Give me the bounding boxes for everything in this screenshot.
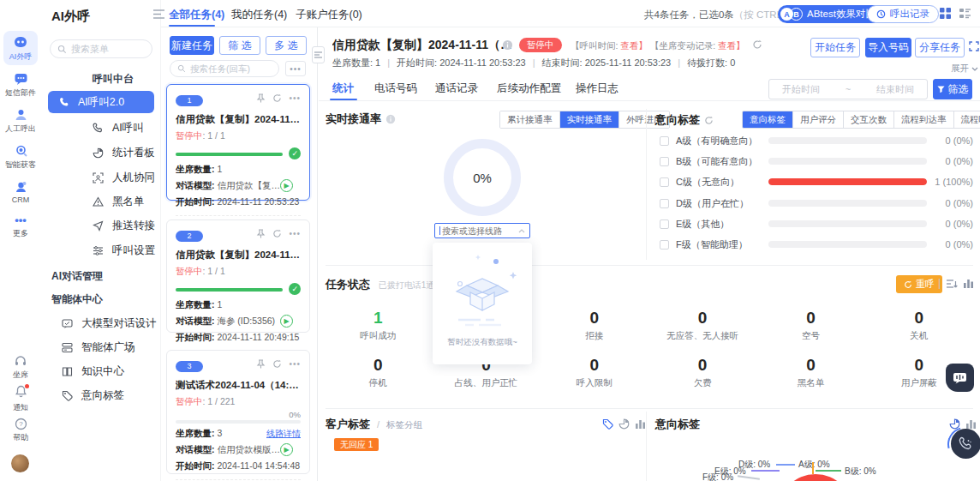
rail-item-notify[interactable]: 通知 <box>0 385 41 413</box>
collapse-main-handle[interactable] <box>312 46 325 63</box>
tab-interaction-count[interactable]: 交互次数 <box>843 111 893 128</box>
sidebar-item-human-ai[interactable]: 人机协同 <box>93 171 155 185</box>
import-numbers-button[interactable]: 导入号码 <box>865 38 911 57</box>
bar-chart-icon[interactable] <box>963 278 974 289</box>
pin-icon[interactable] <box>256 359 266 369</box>
call-time-view-link[interactable]: 查看】 <box>620 40 648 51</box>
tab-operation-log[interactable]: 操作日志 <box>576 81 618 96</box>
sidebar-item-intent-tags[interactable]: 意向标签 <box>62 388 124 403</box>
date-range-input[interactable]: 开始时间 ~ 结束时间 <box>768 79 928 99</box>
play-model-button[interactable]: ▶ <box>280 315 293 328</box>
divider <box>319 100 980 101</box>
filter-button[interactable]: 筛选 <box>933 79 972 99</box>
sidebar-item-ai-call-2[interactable]: AI呼叫2.0 <box>48 91 154 113</box>
view-grid-toggle[interactable] <box>939 7 952 20</box>
sidebar-item-ai-call[interactable]: AI呼叫 <box>93 121 144 135</box>
pin-icon[interactable] <box>256 93 266 103</box>
call-records-button[interactable]: 呼出记录 <box>867 5 939 23</box>
refresh-icon[interactable] <box>272 93 282 103</box>
collapse-sidebar-icon[interactable] <box>153 9 164 19</box>
rail-item-help[interactable]: ? 帮助 <box>0 418 41 443</box>
refresh-icon[interactable] <box>272 359 282 369</box>
checkbox[interactable] <box>660 177 669 187</box>
start-task-button[interactable]: 开始任务 <box>810 38 860 57</box>
multi-select-button[interactable]: 多 选 <box>266 36 307 55</box>
checkbox[interactable] <box>660 157 669 166</box>
rail-item-crm[interactable]: CRM <box>0 180 41 204</box>
play-model-button[interactable]: ▶ <box>280 443 293 456</box>
new-task-button[interactable]: 新建任务 <box>170 36 214 55</box>
sidebar-item-knowledge-center[interactable]: 知识中心 <box>62 364 124 379</box>
refresh-header-icon[interactable] <box>752 39 762 50</box>
more-icon[interactable]: ••• <box>289 359 301 369</box>
more-icon[interactable]: ••• <box>289 93 301 103</box>
more-icon[interactable]: ••• <box>289 229 301 238</box>
intent-metric-tabs: 意向标签 用户评分 交互次数 流程到达率 流程听完率 <box>742 111 980 129</box>
tab-flow-finish-rate[interactable]: 流程听完率 <box>953 111 980 128</box>
sidebar-item-blacklist[interactable]: 黑名单 <box>93 195 145 209</box>
seat-log-view-link[interactable]: 查看】 <box>718 40 745 51</box>
sidebar-item-call-settings[interactable]: 呼叫设置 <box>93 244 155 258</box>
sidebar-item-push-transfer[interactable]: 推送转接 <box>93 219 155 233</box>
rail-item-ai-outbound[interactable]: AI外呼 <box>0 34 41 63</box>
sidebar-item-llm-dialog-design[interactable]: 大模型对话设计 <box>62 316 157 331</box>
tag-group-link[interactable]: 标签分组 <box>386 419 422 431</box>
tab-intent-tags[interactable]: 意向标签 <box>743 111 792 128</box>
filter-tasks-button[interactable]: 筛 选 <box>219 36 260 55</box>
pin-icon[interactable] <box>256 229 266 238</box>
checkbox[interactable] <box>660 199 669 208</box>
refresh-icon[interactable] <box>704 116 714 125</box>
rail-item-sms[interactable]: 短信部件 <box>0 72 41 99</box>
tag-icon[interactable] <box>602 418 613 430</box>
tab-followup-config[interactable]: 后续动作配置 <box>497 81 561 96</box>
tab-active-underline <box>169 25 215 27</box>
expand-link[interactable]: 展开 <box>951 63 978 75</box>
tab-subaccount-tasks[interactable]: 子账户任务(0) <box>296 8 362 22</box>
funnel-icon <box>937 86 945 93</box>
sidebar-item-agent-plaza[interactable]: 智能体广场 <box>62 340 135 355</box>
rail-item-smart-leads[interactable]: 智能获客 <box>0 144 41 171</box>
toggle-realtime-rate[interactable]: 实时接通率 <box>559 111 619 128</box>
checkbox[interactable] <box>660 219 669 229</box>
view-list-toggle[interactable] <box>959 7 971 20</box>
customer-service-float-button[interactable] <box>951 429 980 459</box>
recall-button[interactable]: 重呼 <box>896 275 942 293</box>
tab-flow-reach-rate[interactable]: 流程到达率 <box>893 111 953 128</box>
tab-all-tasks[interactable]: 全部任务(4) <box>169 8 224 22</box>
share-task-button[interactable]: 分享任务 <box>915 38 965 57</box>
line-select[interactable] <box>434 223 530 238</box>
refresh-icon[interactable] <box>272 229 282 238</box>
tab-user-score[interactable]: 用户评分 <box>792 111 843 128</box>
task-card[interactable]: 2 ••• 信用贷款【复制】2024-11-11（20:4... 暂停中: 1 … <box>166 219 310 333</box>
customer-tag-badge[interactable]: 无回应 1 <box>334 438 379 451</box>
sidebar-item-label: 黑名单 <box>112 195 145 209</box>
menu-search-input[interactable] <box>71 44 145 54</box>
voice-message-float-button[interactable] <box>946 364 974 392</box>
tab-phone-numbers[interactable]: 电话号码 <box>374 81 417 96</box>
rail-item-more[interactable]: ••• 更多 <box>0 214 41 239</box>
task-search-input[interactable] <box>190 63 272 74</box>
task-card[interactable]: 3 ••• 测试话术2024-11-04（14:53） 暂停中: 1 / 221… <box>166 350 310 474</box>
rail-item-manual-call[interactable]: 人工呼出 <box>0 108 41 135</box>
line-select-input[interactable] <box>442 226 518 236</box>
rail-item-seat[interactable]: 坐席 <box>0 355 41 381</box>
tab-my-tasks[interactable]: 我的任务(4) <box>231 8 287 22</box>
task-status-text: 暂停中 <box>176 396 203 406</box>
checkbox[interactable] <box>660 240 669 250</box>
play-model-button[interactable]: ▶ <box>280 179 293 192</box>
tab-statistics[interactable]: 统计 <box>332 81 354 96</box>
checkbox[interactable] <box>660 136 669 146</box>
intent-value: 0 (0%) <box>946 156 973 166</box>
tab-call-log[interactable]: 通话记录 <box>435 81 478 96</box>
task-search-more-button[interactable]: ••• <box>285 61 306 76</box>
sidebar-item-stats-board[interactable]: 统计看板 <box>93 146 155 160</box>
pie-view-icon[interactable] <box>618 418 630 430</box>
fullscreen-icon[interactable] <box>969 41 979 51</box>
sort-icon[interactable] <box>946 278 958 290</box>
toggle-cumulative-rate[interactable]: 累计接通率 <box>500 111 559 128</box>
bar-view-icon[interactable] <box>635 418 646 430</box>
intent-label: F级（智能助理） <box>676 238 768 251</box>
user-avatar[interactable] <box>11 454 29 472</box>
task-card[interactable]: 1 ••• 信用贷款【复制】2024-11-11（20:5... 暂停中: 1 … <box>166 84 310 201</box>
line-detail-link[interactable]: 线路详情 <box>266 428 301 440</box>
